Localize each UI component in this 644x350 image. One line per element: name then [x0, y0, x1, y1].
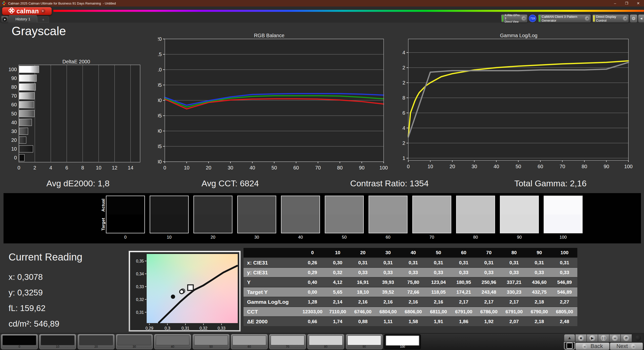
- svg-text:0,32: 0,32: [199, 326, 207, 330]
- svg-text:0,31: 0,31: [136, 310, 144, 315]
- svg-text:90: 90: [158, 128, 162, 134]
- swatch-level-label: 100: [544, 235, 583, 240]
- step-button[interactable]: [··]: [598, 334, 609, 342]
- chevron-right-icon: »: [631, 343, 636, 349]
- svg-text:1,6: 1,6: [402, 110, 405, 116]
- refresh-button[interactable]: ⟳: [621, 334, 632, 342]
- pattern-chip: [309, 335, 343, 345]
- display-control-dropdown[interactable]: Direct Display Control ▼: [592, 14, 629, 23]
- swatch-level-label: 60: [369, 235, 408, 240]
- tab-history-1[interactable]: History 1: [9, 15, 37, 23]
- chevron-left-icon: «: [582, 343, 588, 349]
- pattern-button-80[interactable]: 80: [307, 334, 344, 349]
- table-row: Y0,404,1216,9139,9375,80123,04180,95250,…: [244, 278, 577, 287]
- svg-text:10: 10: [184, 165, 189, 170]
- table-row: x: CIE310,260,300,310,310,310,310,310,31…: [244, 258, 577, 267]
- svg-text:2,4: 2,4: [402, 50, 405, 55]
- svg-text:6: 6: [65, 165, 68, 170]
- svg-text:90: 90: [11, 75, 17, 81]
- svg-text:100: 100: [9, 67, 17, 72]
- svg-text:10: 10: [427, 164, 433, 169]
- pattern-chip: [386, 335, 419, 346]
- close-button[interactable]: ✕: [632, 0, 644, 7]
- target-row-label: Target: [101, 218, 106, 231]
- table-value-cell: 0,31: [401, 258, 426, 267]
- pattern-label: 80: [308, 345, 344, 348]
- disabled-icon: [635, 335, 641, 341]
- grayscale-swatch-70: [412, 196, 451, 233]
- loop-button[interactable]: ∞: [609, 334, 621, 342]
- pattern-button-30[interactable]: 30: [116, 334, 153, 349]
- pattern-button-40[interactable]: 40: [154, 334, 191, 349]
- table-column-header: 30: [376, 248, 401, 257]
- play-button[interactable]: ▶: [587, 334, 598, 342]
- svg-text:95: 95: [158, 113, 162, 118]
- window-titlebar: Calman 2025 Calman Ultimate for Business…: [0, 0, 644, 7]
- table-value-cell: 0,31: [527, 258, 552, 267]
- table-value-cell: 0,32: [325, 268, 350, 277]
- settings-gear-button[interactable]: ⚙: [630, 14, 637, 23]
- table-value-cell: 6805,00: [552, 307, 577, 316]
- table-value-cell: 0,31: [451, 258, 476, 267]
- table-column-header: 70: [476, 248, 501, 257]
- pattern-button-20[interactable]: 20: [78, 334, 114, 349]
- pattern-label: 30: [116, 345, 152, 348]
- restore-button[interactable]: ❐: [621, 0, 632, 7]
- pattern-button-60[interactable]: 60: [231, 334, 268, 349]
- pattern-button-0[interactable]: 0: [1, 334, 38, 349]
- table-value-cell: 18,10: [350, 287, 375, 297]
- table-value-cell: 0,31: [476, 258, 501, 267]
- table-value-cell: 2,17: [451, 297, 476, 307]
- pattern-button-10[interactable]: 10: [39, 334, 76, 349]
- table-row-label: ΔE 2000: [244, 317, 300, 326]
- pattern-levels-up-button[interactable]: ▲: [564, 334, 575, 341]
- collapse-panel-button[interactable]: ◀: [638, 14, 644, 23]
- table-value-cell: 174,21: [451, 287, 476, 297]
- meter-dropdown[interactable]: X-Rite i1Pro 3 Direct View ▼: [501, 14, 528, 23]
- table-value-cell: 5,65: [325, 287, 350, 297]
- svg-text:80: 80: [11, 84, 17, 90]
- pattern-button-70[interactable]: 70: [269, 334, 306, 349]
- svg-text:80: 80: [158, 159, 162, 164]
- calman-app-icon: [2, 1, 6, 5]
- pattern-window-button[interactable]: [564, 342, 575, 349]
- svg-text:0: 0: [407, 164, 410, 169]
- svg-text:115: 115: [158, 52, 162, 57]
- stop-button[interactable]: ■: [575, 334, 587, 342]
- meter-count-badge[interactable]: 719: [529, 15, 536, 22]
- reading-y: y: 0,3259: [9, 285, 83, 300]
- current-reading-panel: Current Reading x: 0,3078 y: 0,3259 fL: …: [9, 251, 83, 332]
- table-value-cell: 0,29: [300, 268, 325, 277]
- table-value-cell: 0,33: [502, 268, 527, 277]
- grayscale-swatch-80: [456, 196, 495, 233]
- svg-text:40: 40: [11, 120, 17, 125]
- calman-menu-button[interactable]: calman ▼: [2, 7, 52, 15]
- chevron-down-icon: ▼: [623, 16, 628, 21]
- pattern-label: 60: [231, 345, 267, 348]
- svg-text:0,35: 0,35: [136, 259, 144, 263]
- minimize-button[interactable]: –: [609, 0, 621, 7]
- pattern-button-90[interactable]: 90: [346, 334, 383, 349]
- table-value-cell: 330,23: [502, 287, 527, 297]
- back-button[interactable]: « Back: [575, 342, 610, 350]
- svg-text:50: 50: [271, 165, 277, 170]
- pattern-generator-dropdown[interactable]: CalMAN Client 3 Pattern Generator ▼: [538, 14, 591, 23]
- table-value-cell: 0,33: [426, 268, 451, 277]
- pattern-label: 40: [154, 345, 191, 348]
- table-column-header: 10: [325, 248, 350, 257]
- meter-status-bar: [502, 15, 503, 22]
- add-tab-button[interactable]: +: [37, 16, 49, 23]
- history-nav-button[interactable]: ▶: [1, 16, 9, 23]
- table-value-cell: 0,88: [350, 317, 375, 326]
- pattern-button-100[interactable]: 100: [384, 334, 421, 349]
- grayscale-swatch-0: [106, 196, 145, 233]
- svg-text:2: 2: [403, 80, 405, 85]
- chevron-down-icon: ▼: [521, 16, 526, 21]
- table-value-cell: 75,80: [401, 278, 426, 287]
- table-value-cell: 2,16: [401, 297, 426, 307]
- pattern-button-50[interactable]: 50: [193, 334, 229, 349]
- svg-text:40: 40: [494, 164, 499, 169]
- app-header: calman ▼ ▶ History 1 + X-Rite i1Pro 3 Di…: [0, 7, 644, 23]
- next-button[interactable]: Next »: [610, 342, 643, 350]
- table-corner-cell: [244, 248, 300, 257]
